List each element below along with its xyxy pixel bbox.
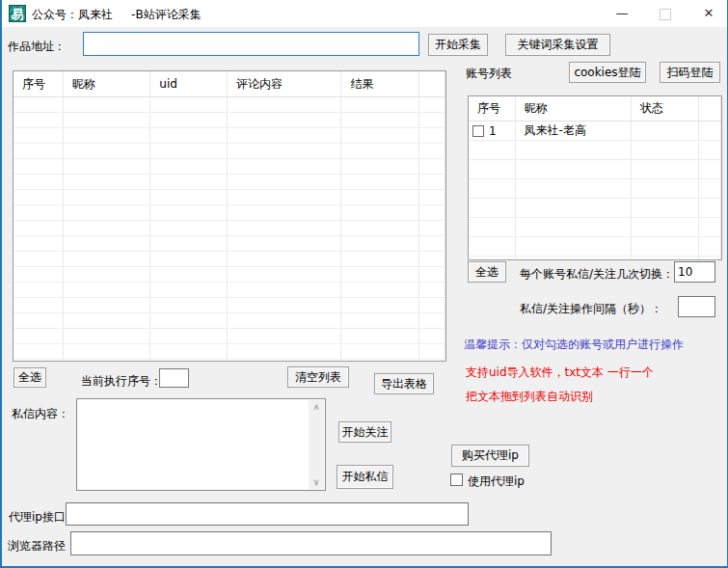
- header-cell[interactable]: 昵称: [64, 71, 151, 96]
- table-cell: [228, 159, 341, 174]
- start-follow-button[interactable]: 开始关注: [338, 421, 391, 443]
- switch-count-input[interactable]: [674, 261, 715, 283]
- browser-path-input[interactable]: [70, 531, 552, 555]
- table-cell: [64, 313, 151, 328]
- scroll-down-icon[interactable]: ∨: [313, 475, 320, 489]
- proxy-api-input[interactable]: [66, 502, 469, 526]
- table-row[interactable]: [13, 329, 445, 344]
- table-cell: [419, 113, 445, 127]
- table-row[interactable]: [13, 205, 445, 221]
- table-row[interactable]: [13, 221, 445, 236]
- buy-proxy-ip-button[interactable]: 购买代理ip: [451, 445, 529, 467]
- table-cell: [419, 252, 445, 266]
- start-dm-button[interactable]: 开始私信: [337, 465, 393, 489]
- dm-content-scrollbar[interactable]: ∧ ∨: [309, 400, 324, 489]
- table-cell: [150, 128, 228, 143]
- table-cell: [228, 175, 341, 189]
- close-button[interactable]: ✕: [692, 0, 725, 27]
- table-row[interactable]: [13, 344, 445, 360]
- table-row[interactable]: [13, 97, 445, 113]
- table-cell: [469, 257, 516, 260]
- table-cell: [13, 175, 64, 189]
- table-row[interactable]: [13, 313, 445, 329]
- header-cell[interactable]: [419, 71, 445, 96]
- header-cell[interactable]: 评论内容: [228, 71, 341, 96]
- table-cell: [419, 236, 445, 251]
- table-cell: [341, 159, 419, 174]
- table-row[interactable]: [469, 141, 721, 160]
- table-cell: [341, 267, 419, 282]
- table-row[interactable]: [13, 159, 445, 175]
- table-cell: [469, 179, 516, 198]
- table-cell: [341, 190, 419, 204]
- interval-input[interactable]: [678, 296, 715, 317]
- table-cell: [150, 144, 228, 158]
- table-cell: [64, 221, 151, 235]
- scroll-up-icon[interactable]: ∧: [313, 400, 320, 414]
- header-cell[interactable]: 状态: [632, 96, 699, 121]
- table-cell: [341, 329, 419, 343]
- account-select-all-button[interactable]: 全选: [468, 261, 506, 283]
- table-cell: [13, 298, 64, 312]
- header-cell[interactable]: 昵称: [516, 96, 632, 121]
- table-row[interactable]: [13, 283, 445, 298]
- table-cell: [516, 237, 632, 256]
- work-url-input[interactable]: [83, 32, 419, 56]
- table-cell: [341, 144, 419, 158]
- table-row[interactable]: [13, 236, 445, 252]
- table-cell: [13, 128, 64, 143]
- table-row[interactable]: [13, 175, 445, 190]
- tip-red-2: 把文本拖到列表自动识别: [466, 389, 593, 405]
- table-row[interactable]: [13, 267, 445, 283]
- table-cell: [341, 344, 419, 359]
- account-table[interactable]: 序号昵称状态1凤来社-老高: [468, 95, 722, 260]
- table-cell: [341, 313, 419, 328]
- account-row-checkbox[interactable]: [472, 125, 484, 137]
- table-header-row: 序号昵称状态: [469, 96, 721, 122]
- table-cell: [341, 283, 419, 297]
- minimize-button[interactable]: —: [606, 0, 638, 27]
- table-cell: [419, 221, 445, 235]
- table-cell: [228, 252, 341, 266]
- table-row[interactable]: [469, 237, 721, 257]
- header-cell[interactable]: 结果: [341, 71, 419, 96]
- table-cell: [419, 298, 445, 312]
- table-cell: [150, 159, 228, 174]
- header-cell[interactable]: 序号: [469, 96, 516, 121]
- table-row[interactable]: [13, 128, 445, 144]
- header-cell[interactable]: uid: [150, 71, 228, 96]
- table-row[interactable]: [13, 113, 445, 128]
- table-row[interactable]: [469, 218, 721, 237]
- table-row[interactable]: [13, 252, 445, 267]
- table-cell: [64, 344, 151, 359]
- table-row[interactable]: 1凤来社-老高: [469, 122, 721, 141]
- table-row[interactable]: [469, 257, 721, 260]
- comment-select-all-button[interactable]: 全选: [13, 367, 46, 388]
- dm-content-textarea[interactable]: ∧ ∨: [76, 398, 326, 491]
- table-header-row: 序号昵称uid评论内容结果: [13, 71, 445, 97]
- current-index-input[interactable]: [159, 368, 189, 388]
- table-cell: [64, 175, 151, 189]
- table-row[interactable]: [13, 298, 445, 313]
- table-row[interactable]: [13, 144, 445, 159]
- table-row[interactable]: [469, 160, 721, 179]
- table-row[interactable]: [13, 190, 445, 205]
- clear-list-button[interactable]: 清空列表: [287, 366, 349, 388]
- keyword-collect-settings-button[interactable]: 关键词采集设置: [505, 34, 610, 56]
- work-url-label: 作品地址：: [8, 39, 66, 55]
- table-cell: [64, 128, 151, 143]
- export-table-button[interactable]: 导出表格: [374, 373, 434, 394]
- use-proxy-checkbox[interactable]: [450, 473, 463, 486]
- header-cell[interactable]: 序号: [13, 71, 64, 96]
- cookies-login-button[interactable]: cookies登陆: [569, 62, 646, 83]
- table-cell: [13, 329, 64, 343]
- comment-table[interactable]: 序号昵称uid评论内容结果: [13, 70, 446, 362]
- table-row[interactable]: [469, 179, 721, 199]
- start-collect-button[interactable]: 开始采集: [428, 34, 488, 56]
- qr-login-button[interactable]: 扫码登陆: [660, 62, 720, 83]
- table-row[interactable]: [469, 199, 721, 218]
- table-cell: [699, 237, 721, 256]
- use-proxy-label: 使用代理ip: [468, 473, 525, 490]
- maximize-button: [660, 9, 671, 20]
- header-cell[interactable]: [699, 96, 721, 121]
